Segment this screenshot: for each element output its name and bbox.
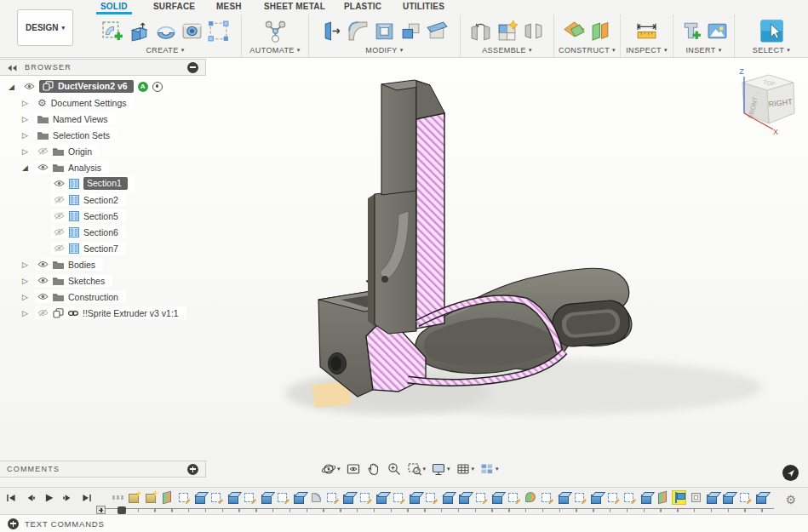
offset-plane-icon[interactable] [589,20,612,43]
tree-item-analysis[interactable]: ◢Analysis [0,159,206,175]
timeline-feature-sketch[interactable] [541,491,553,504]
grid-snap-button[interactable]: ▾ [456,461,475,477]
timeline-feature-sketch[interactable] [210,491,223,504]
joint-icon[interactable] [469,20,492,43]
timeline-feature-extrude[interactable] [442,491,455,504]
expand-text-commands-button[interactable] [8,518,19,529]
create-sketch-icon[interactable] [101,20,124,43]
text-commands-label[interactable]: TEXT COMMANDS [25,519,105,529]
eye-visible-icon[interactable] [37,277,49,284]
eye-visible-icon[interactable] [37,163,49,171]
timeline-feature-sketch[interactable] [277,491,289,504]
insert-derive-icon[interactable] [679,20,702,43]
zoom-button[interactable] [387,461,402,477]
timeline-go-to-end-button[interactable] [81,494,92,502]
eye-visible-icon[interactable] [37,293,49,300]
timeline-feature-shell[interactable] [690,491,702,504]
tree-item-section6[interactable]: Section6 [0,224,206,240]
revolve-icon[interactable] [154,20,177,43]
timeline-feature-marker-group[interactable] [112,491,124,504]
eye-visible-icon[interactable] [37,260,49,268]
expand-caret-icon[interactable]: ▷ [22,147,35,156]
timeline-feature-new-component[interactable] [145,491,158,504]
tree-item-named-views[interactable]: ▷Named Views [0,111,206,127]
expand-caret-icon[interactable]: ▷ [22,260,35,269]
viewports-button[interactable]: ▾ [479,461,499,477]
timeline-feature-extrude[interactable] [293,491,306,504]
tree-item-ductversion2-v6[interactable]: ◢DuctVersion2 v6A [0,78,206,94]
new-component-icon[interactable] [496,20,519,43]
canvas-icon[interactable] [706,20,729,43]
browser-remove-button[interactable] [187,62,198,73]
timeline-feature-construction-plane[interactable] [161,491,174,504]
tab-utilities[interactable]: UTILITIES [398,0,449,14]
timeline-feature-extrude[interactable] [261,491,273,504]
as-built-joint-icon[interactable] [522,20,545,43]
group-label-create[interactable]: CREATE▾ [146,46,184,54]
pan-button[interactable] [366,461,381,477]
group-label-automate[interactable]: AUTOMATE▾ [249,46,300,54]
group-label-modify[interactable]: MODIFY▾ [365,46,403,54]
timeline-feature-extrude[interactable] [640,491,653,504]
combine-icon[interactable] [399,20,422,43]
timeline-feature-extrude[interactable] [558,491,570,504]
tree-item-selection-sets[interactable]: ▷Selection Sets [0,127,206,143]
timeline-feature-sketch[interactable] [739,491,752,504]
add-comment-button[interactable] [187,464,198,475]
group-label-insert[interactable]: INSERT▾ [685,46,721,54]
fillet-icon[interactable] [347,20,370,43]
tree-item-origin[interactable]: ▷Origin [0,143,206,159]
timeline-step-forward-button[interactable] [62,494,73,502]
timeline-feature-sketch[interactable] [178,491,191,504]
timeline-feature-new-component[interactable] [128,491,140,504]
collapse-caret-icon[interactable]: ◢ [9,83,21,91]
timeline-go-to-start-button[interactable] [6,494,17,502]
tab-solid[interactable]: SOLID [96,0,132,14]
expand-caret-icon[interactable]: ▷ [22,277,35,285]
select-icon[interactable] [759,18,785,44]
tab-surface[interactable]: SURFACE [149,0,199,14]
extrude-icon[interactable] [128,20,151,43]
timeline-step-back-button[interactable] [25,494,36,502]
timeline-feature-extrude[interactable] [194,491,207,504]
look-at-button[interactable] [346,461,361,477]
tree-item-section7[interactable]: Section7 [0,240,206,256]
hole-icon[interactable] [181,20,203,43]
activate-component-radio[interactable] [152,82,163,92]
group-label-inspect[interactable]: INSPECT▾ [626,46,668,54]
window-zoom-button[interactable]: ▾ [407,461,427,477]
split-body-icon[interactable] [426,20,449,43]
eye-hidden-icon[interactable] [37,147,49,155]
collapse-panel-icon[interactable] [7,60,18,75]
group-label-assemble[interactable]: ASSEMBLE▾ [482,46,532,54]
navigation-widget-button[interactable] [782,465,799,481]
tree-item-section5[interactable]: Section5 [0,208,206,224]
construction-plane-icon[interactable] [563,20,586,43]
timeline-feature-extrude[interactable] [722,491,735,504]
group-label-select[interactable]: SELECT▾ [753,46,790,54]
timeline-feature-sketch[interactable] [326,491,339,504]
timeline-feature-sketch[interactable] [425,491,438,504]
shell-icon[interactable] [373,20,396,43]
tree-item-bodies[interactable]: ▷Bodies [0,256,206,272]
timeline-feature-extrude[interactable] [227,491,240,504]
timeline-feature-sketch[interactable] [244,491,256,504]
eye-hidden-icon[interactable] [54,228,65,236]
tab-mesh[interactable]: MESH [212,0,246,14]
expand-caret-icon[interactable]: ▷ [22,293,35,301]
tab-plastic[interactable]: PLASTIC [340,0,386,14]
tree-item-construction[interactable]: ▷Construction [0,289,206,305]
timeline-feature-sketch[interactable] [475,491,488,504]
eye-hidden-icon[interactable] [54,196,65,203]
rectangular-pattern-icon[interactable] [207,20,230,43]
timeline-feature-sketch[interactable] [359,491,372,504]
browser-header[interactable]: BROWSER [0,59,206,76]
timeline-feature-extrude[interactable] [409,491,421,504]
timeline-feature-extrude[interactable] [491,491,504,504]
automate-icon[interactable] [263,19,288,43]
timeline-feature-sketch[interactable] [393,491,405,504]
timeline-zoom-handle[interactable] [96,506,106,514]
eye-visible-icon[interactable] [54,180,65,187]
timeline-feature-extrude[interactable] [755,491,768,504]
timeline-feature-extrude[interactable] [706,491,719,504]
